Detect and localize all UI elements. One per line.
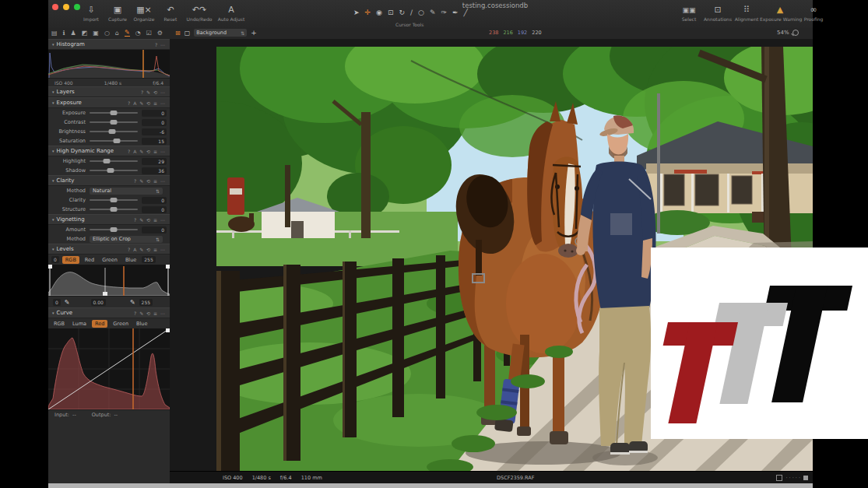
vignetting-method-select[interactable]: Elliptic on Crop ⇅ [90, 236, 163, 243]
capture-button[interactable]: ▣ Capture [104, 5, 131, 22]
undo-redo-button[interactable]: ↶↷ Undo/Redo [184, 5, 215, 22]
tab-adjustments-icon[interactable]: ☑ [146, 30, 152, 37]
crop-cursor-tool[interactable]: ⊡ [388, 9, 394, 16]
spot-cursor-tool[interactable]: ○ [418, 9, 424, 16]
tab-exposure-icon[interactable]: ✎ [125, 29, 130, 37]
pan-cursor-tool[interactable]: ✛ [365, 9, 371, 16]
tab-color-icon[interactable]: ○ [104, 30, 110, 37]
loupe-cursor-tool[interactable]: ◉ [376, 9, 382, 16]
tab-details-icon[interactable]: ◔ [135, 30, 141, 37]
draw-mask-cursor-tool[interactable]: ✎ [430, 9, 436, 16]
select-button[interactable]: ▣▣ Select [676, 5, 702, 22]
layer-grid-icon[interactable]: ⊞ [175, 30, 181, 37]
add-layer-button[interactable]: + [251, 29, 257, 37]
slider-value[interactable]: 0 [142, 206, 167, 213]
curve-tab-rgb[interactable]: RGB [51, 321, 67, 327]
zoom-indicator[interactable]: 54% [777, 30, 799, 36]
pen-cursor-tool[interactable]: ✒ [452, 9, 459, 16]
levels-histogram[interactable] [48, 265, 170, 297]
organize-button[interactable]: ▦× Organize [131, 5, 157, 22]
slider-knob[interactable] [111, 111, 118, 115]
slider-value[interactable]: 0 [142, 110, 167, 117]
levels-tab-blue[interactable]: Blue [123, 257, 139, 263]
annotations-button[interactable]: ⊡ Annotations [702, 5, 733, 22]
exposure-warning-button[interactable]: ▲ Exposure Warning [760, 5, 800, 22]
slider-track[interactable] [90, 121, 138, 123]
status-controls[interactable]: · · · · · [776, 475, 808, 481]
shadow-picker-icon[interactable]: ✎ [65, 299, 70, 306]
slider-knob[interactable] [111, 198, 118, 202]
slider-track[interactable] [90, 229, 138, 230]
auto-adjust-button[interactable]: A Auto Adjust [215, 5, 248, 22]
close-window-button[interactable] [52, 4, 58, 10]
exposure-slider-row[interactable]: Exposure 0 [48, 108, 170, 118]
clarity-panel-header[interactable]: ▾Clarity ? ✎ ⟲ ≡ ⋯ [48, 175, 170, 186]
panel-header-icons[interactable]: ? ⋯ [155, 42, 166, 47]
curve-tab-green[interactable]: Green [111, 321, 131, 327]
layers-panel-header[interactable]: ▾Layers ? ✎ ⟲ ⋯ [48, 86, 170, 97]
slider-value[interactable]: 0 [142, 197, 167, 204]
levels-gamma[interactable]: 0.00 [91, 299, 106, 306]
slider-knob[interactable] [108, 129, 115, 134]
curve-graph[interactable] [48, 328, 170, 410]
rotate-cursor-tool[interactable]: ↻ [399, 9, 406, 16]
slider-value[interactable]: 15 [142, 138, 167, 145]
import-button[interactable]: ⇩ Import [78, 5, 104, 22]
contrast-slider-row[interactable]: Contrast 0 [48, 118, 170, 127]
vignetting-amount-slider-row[interactable]: Amount 0 [48, 225, 170, 234]
levels-tab-red[interactable]: Red [83, 257, 97, 263]
thumb-size-large-icon[interactable] [803, 476, 808, 480]
tab-composition-icon[interactable]: ⌂ [115, 30, 119, 37]
brightness-slider-row[interactable]: Brightness -6 [48, 127, 170, 136]
curve-tab-luma[interactable]: Luma [70, 321, 89, 327]
straighten-cursor-tool[interactable]: ∕ [410, 9, 413, 16]
eraser-cursor-tool[interactable]: ╱ [464, 9, 468, 16]
tab-keywords-icon[interactable]: ♟ [71, 30, 76, 37]
slider-track[interactable] [90, 209, 138, 210]
tab-capture-icon[interactable]: ▣ [93, 30, 99, 37]
levels-panel-header[interactable]: ▾Levels ? A ✎ ⟲ ≡ ⋯ [48, 244, 170, 255]
levels-tab-rgb[interactable]: RGB [62, 256, 79, 264]
slider-knob[interactable] [107, 168, 114, 173]
layer-square-icon[interactable]: ▢ [184, 30, 191, 37]
highlight-slider-row[interactable]: Highlight 29 [48, 156, 170, 166]
slider-knob[interactable] [111, 120, 118, 125]
curve-panel-header[interactable]: ▾Curve ? ✎ ⟲ ≡ ⋯ [48, 307, 170, 318]
slider-knob[interactable] [104, 159, 111, 163]
traffic-lights[interactable] [52, 4, 80, 10]
saturation-slider-row[interactable]: Saturation 15 [48, 136, 170, 146]
slider-value[interactable]: -6 [142, 128, 167, 135]
slider-track[interactable] [90, 170, 138, 171]
tab-library-icon[interactable]: ▤ [51, 30, 58, 37]
slider-track[interactable] [90, 112, 138, 114]
reset-button[interactable]: ↶ Reset [157, 5, 184, 22]
thumb-size-small-icon[interactable] [776, 475, 782, 481]
slider-track[interactable] [90, 160, 138, 162]
slider-knob[interactable] [111, 207, 118, 212]
hdr-panel-header[interactable]: ▾High Dynamic Range ? A ✎ ⟲ ≡ ⋯ [48, 146, 170, 156]
slider-knob[interactable] [114, 139, 121, 143]
levels-output-highlight[interactable]: 255 [139, 299, 153, 306]
shadow-slider-row[interactable]: Shadow 36 [48, 166, 170, 175]
structure-slider-row[interactable]: Structure 0 [48, 205, 170, 214]
levels-tab-green[interactable]: Green [100, 257, 120, 263]
curve-tab-red[interactable]: Red [92, 320, 107, 328]
select-cursor-tool[interactable]: ➤ [353, 9, 360, 16]
histogram-panel-header[interactable]: ▾Histogram ? ⋯ [48, 39, 170, 50]
brush-cursor-tool[interactable]: ✑ [441, 9, 448, 16]
tab-settings-icon[interactable]: ⚙ [157, 30, 163, 37]
clarity-method-select[interactable]: Natural ⇅ [90, 188, 163, 195]
vignetting-panel-header[interactable]: ▾Vignetting ? ✎ ⟲ ≡ ⋯ [48, 214, 170, 225]
clarity-slider-row[interactable]: Clarity 0 [48, 195, 170, 205]
slider-track[interactable] [90, 131, 138, 132]
proofing-button[interactable]: ∞ Proofing [800, 5, 827, 22]
slider-track[interactable] [90, 199, 138, 201]
slider-knob[interactable] [111, 227, 118, 232]
levels-output-shadow[interactable]: 0 [53, 299, 61, 306]
tab-info-icon[interactable]: ℹ [63, 30, 65, 37]
layer-select[interactable]: Background ⇅ [194, 29, 247, 37]
slider-value[interactable]: 0 [142, 119, 167, 126]
highlight-picker-icon[interactable]: ✎ [130, 299, 135, 306]
tab-lens-icon[interactable]: ◩ [82, 30, 88, 37]
alignment-button[interactable]: ⠿ Alignment [733, 5, 760, 22]
